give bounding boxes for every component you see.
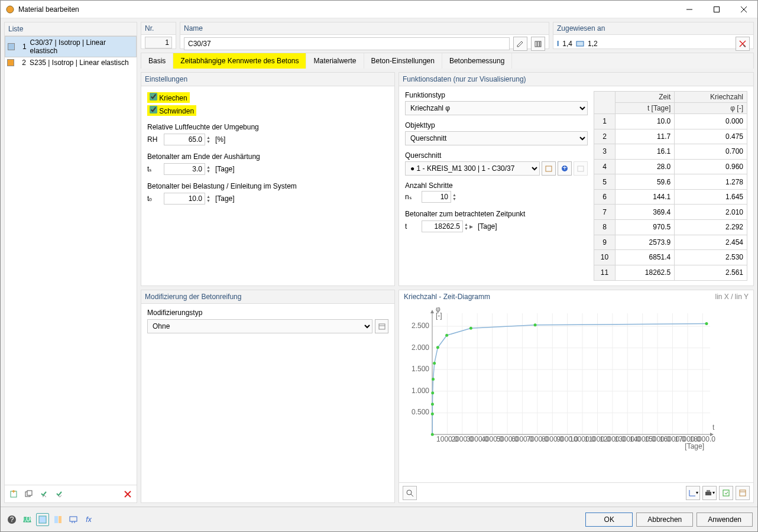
name-input[interactable] <box>184 37 510 50</box>
svg-rect-93 <box>705 492 711 495</box>
display-button[interactable] <box>67 513 80 526</box>
rh-sym: RH <box>147 135 159 144</box>
edit-name-button[interactable] <box>513 37 527 51</box>
minimize-button[interactable] <box>676 1 703 18</box>
cs-edit-button[interactable] <box>574 161 588 176</box>
svg-text:fx: fx <box>86 515 92 524</box>
apply-button[interactable]: Anwenden <box>697 512 753 527</box>
t0-spinner[interactable]: ▲▼ <box>206 194 210 203</box>
cs-cal-button[interactable] <box>542 161 556 176</box>
table-row: 6144.11.645 <box>594 189 747 205</box>
tab[interactable]: Betonbemessung <box>442 53 512 69</box>
cs-select[interactable]: ● 1 - KREIS_M1 300 | 1 - C30/37 <box>405 161 540 176</box>
library-button[interactable] <box>531 37 545 51</box>
mod-type-select[interactable]: Ohne <box>147 319 372 333</box>
maximize-button[interactable] <box>703 1 730 18</box>
nr-label: Nr. <box>141 22 176 35</box>
t0-unit: [Tage] <box>215 194 235 203</box>
ok-button[interactable]: OK <box>585 512 633 527</box>
export-button[interactable] <box>719 486 733 500</box>
tab[interactable]: Beton-Einstellungen <box>364 53 442 69</box>
steps-label: Anzahl Schritte <box>405 181 588 190</box>
nr-input[interactable] <box>145 37 172 48</box>
func-header: Funktionsdaten (nur zur Visualisierung) <box>399 73 753 86</box>
zoom-button[interactable] <box>403 486 417 500</box>
svg-text:[-]: [-] <box>436 312 442 320</box>
view1-button[interactable] <box>36 513 49 526</box>
t-unit: [Tage] <box>478 222 497 231</box>
units-button[interactable]: 0,00 <box>21 513 34 526</box>
rh-input[interactable] <box>164 134 205 145</box>
window-title: Material bearbeiten <box>18 5 79 14</box>
t-spinner[interactable]: ▲▼ <box>464 222 468 231</box>
fx-button[interactable]: fx <box>82 513 95 526</box>
otype-select[interactable]: Querschnitt <box>405 131 588 145</box>
tab[interactable]: Zeitabhängige Kennwerte des Betons <box>173 53 306 69</box>
pick-assign-button[interactable] <box>736 37 750 51</box>
tab[interactable]: Materialwerte <box>306 53 364 69</box>
ts-label: Betonalter am Ende der Aushärtung <box>147 153 388 161</box>
view2-button[interactable] <box>51 513 64 526</box>
svg-rect-23 <box>578 166 584 171</box>
settings-header: Einstellungen <box>141 73 394 86</box>
ts-sym: tₛ <box>147 165 159 173</box>
window-button[interactable] <box>736 486 750 500</box>
list-item[interactable]: 2S235 | Isotrop | Linear elastisch <box>5 57 137 68</box>
steps-spinner[interactable]: ▲▼ <box>452 193 456 201</box>
steps-input[interactable] <box>422 191 451 203</box>
svg-rect-18 <box>379 324 385 329</box>
ts-input[interactable] <box>164 163 205 175</box>
function-data-panel: Funktionsdaten (nur zur Visualisierung) … <box>399 72 754 286</box>
ftype-select[interactable]: Kriechzahl φ <box>405 101 588 115</box>
t-label: Betonalter zum betrachteten Zeitpunkt <box>405 210 588 218</box>
axes-button[interactable]: ▾ <box>686 486 700 500</box>
steps-sym: nₛ <box>405 193 417 201</box>
list-header: Liste <box>5 22 137 36</box>
svg-text:2.000: 2.000 <box>412 343 429 351</box>
mod-type-label: Modifizierungstyp <box>147 309 388 317</box>
new-item-button[interactable] <box>7 488 20 501</box>
svg-point-84 <box>705 322 708 325</box>
t-input[interactable] <box>422 220 463 232</box>
creep-checkbox[interactable] <box>150 93 157 100</box>
svg-text:[Tage]: [Tage] <box>685 442 704 450</box>
rh-spinner[interactable]: ▲▼ <box>206 135 210 144</box>
mod-calendar-button[interactable] <box>375 319 388 333</box>
ts-unit: [Tage] <box>215 165 235 173</box>
help-button[interactable]: ? <box>5 513 18 526</box>
svg-rect-104 <box>59 516 61 523</box>
rh-unit: [%] <box>215 135 225 144</box>
app-icon <box>5 5 15 14</box>
chart-area: 0.5001.0001.5002.0002.5001000.02000.0300… <box>403 304 750 479</box>
table-row: 211.70.475 <box>594 129 747 144</box>
copy-item-button[interactable] <box>22 488 35 501</box>
mod-header: Modifizierung der Betonreifung <box>141 290 394 304</box>
cs-new-button[interactable]: + <box>558 161 572 176</box>
function-table: ZeitKriechzahl t [Tage]φ [-] 110.00.0002… <box>594 91 747 281</box>
table-row: 8970.52.292 <box>594 220 747 235</box>
settings-panel: Einstellungen Kriechen Schwinden Relativ… <box>141 72 395 286</box>
material-list-panel: Liste 1C30/37 | Isotrop | Linear elastis… <box>4 22 137 503</box>
print-button[interactable]: ▾ <box>702 486 717 500</box>
shrink-label: Schwinden <box>159 107 194 115</box>
check-down-button[interactable] <box>38 488 51 501</box>
chart-axis-mode: lin X / lin Y <box>715 293 749 301</box>
cancel-button[interactable]: Abbrechen <box>636 512 693 527</box>
shrink-checkbox[interactable] <box>150 106 157 113</box>
creep-label: Kriechen <box>159 94 187 102</box>
svg-text:1.500: 1.500 <box>412 365 429 373</box>
table-row: 7369.42.010 <box>594 205 747 220</box>
tab[interactable]: Basis <box>141 53 173 69</box>
svg-rect-105 <box>70 517 77 521</box>
ts-spinner[interactable]: ▲▼ <box>206 165 210 173</box>
chart-toolbar: ▾ ▾ <box>399 482 753 502</box>
footer: ? 0,00 fx OK Abbrechen Anwenden <box>1 507 757 531</box>
delete-item-button[interactable] <box>121 488 134 501</box>
table-row: 316.10.700 <box>594 144 747 160</box>
material-list[interactable]: 1C30/37 | Isotrop | Linear elastisch2S23… <box>5 36 137 485</box>
close-button[interactable] <box>730 1 757 18</box>
table-row: 559.61.278 <box>594 174 747 190</box>
list-item[interactable]: 1C30/37 | Isotrop | Linear elastisch <box>5 36 137 57</box>
check-up-button[interactable] <box>53 488 66 501</box>
t0-input[interactable] <box>164 193 205 205</box>
